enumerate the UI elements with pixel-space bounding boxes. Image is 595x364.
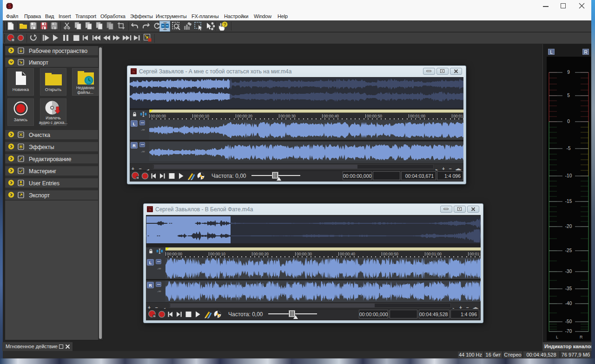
svg-text:L: L bbox=[556, 335, 558, 339]
svg-text:R: R bbox=[580, 335, 583, 339]
svg-text:-50: -50 bbox=[565, 319, 572, 324]
svg-text:-70: -70 bbox=[565, 329, 572, 334]
svg-text:fx: fx bbox=[132, 70, 135, 73]
svg-text:-5: -5 bbox=[567, 146, 571, 151]
svg-text:-30: -30 bbox=[565, 269, 572, 274]
svg-text:0: 0 bbox=[567, 119, 570, 124]
svg-text:5: 5 bbox=[567, 93, 570, 98]
svg-text:-40: -40 bbox=[565, 301, 572, 306]
svg-text:-10: -10 bbox=[565, 173, 572, 178]
svg-text:S: S bbox=[8, 4, 11, 9]
svg-text:-25: -25 bbox=[565, 248, 572, 253]
svg-text:?: ? bbox=[223, 22, 226, 27]
svg-text:-20: -20 bbox=[565, 224, 572, 229]
svg-text:fx: fx bbox=[149, 208, 152, 211]
svg-text:-35: -35 bbox=[565, 286, 572, 291]
svg-text:9: 9 bbox=[567, 70, 570, 75]
svg-text:-15: -15 bbox=[565, 199, 572, 204]
